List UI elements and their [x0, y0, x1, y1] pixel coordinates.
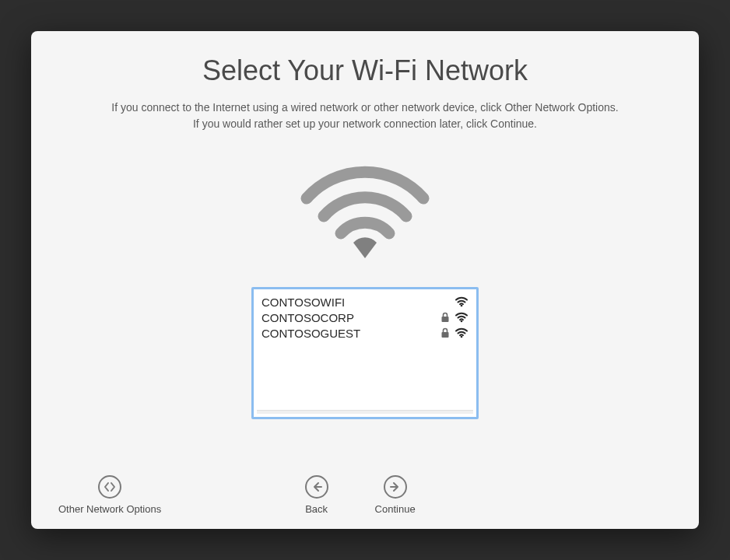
network-row[interactable]: CONTOSOWIFI: [261, 294, 469, 310]
back-button[interactable]: Back: [305, 475, 328, 515]
svg-rect-3: [442, 332, 449, 338]
svg-rect-1: [442, 317, 449, 322]
other-network-options-button[interactable]: Other Network Options: [58, 475, 161, 515]
continue-label: Continue: [375, 503, 416, 515]
footer-toolbar: Other Network Options Back Continue: [31, 475, 699, 515]
lock-icon: [440, 327, 450, 338]
wifi-signal-icon: [454, 312, 469, 323]
network-name: CONTOSOCORP: [261, 311, 440, 324]
wifi-hero-icon: [291, 156, 439, 268]
page-subtitle: If you connect to the Internet using a w…: [108, 100, 622, 132]
scrollbar-horizontal[interactable]: [257, 410, 473, 414]
back-label: Back: [305, 503, 328, 515]
wifi-signal-icon: [454, 327, 469, 338]
setup-window: Select Your Wi-Fi Network If you connect…: [31, 31, 699, 529]
arrow-left-icon: [305, 475, 328, 499]
network-options-icon: [98, 475, 121, 499]
wifi-signal-icon: [454, 296, 469, 307]
page-title: Select Your Wi-Fi Network: [202, 54, 528, 87]
svg-point-2: [461, 320, 463, 323]
continue-button[interactable]: Continue: [375, 475, 416, 515]
svg-point-4: [461, 336, 463, 338]
network-list[interactable]: CONTOSOWIFICONTOSOCORPCONTOSOGUEST: [251, 287, 479, 419]
network-status-icons: [440, 312, 469, 323]
network-name: CONTOSOGUEST: [261, 327, 440, 340]
svg-point-0: [461, 305, 463, 307]
other-network-options-label: Other Network Options: [58, 503, 161, 515]
network-name: CONTOSOWIFI: [261, 296, 454, 309]
network-status-icons: [440, 327, 469, 338]
network-row[interactable]: CONTOSOCORP: [261, 310, 469, 325]
lock-icon: [440, 312, 450, 323]
network-status-icons: [454, 296, 469, 307]
arrow-right-icon: [384, 475, 407, 499]
network-row[interactable]: CONTOSOGUEST: [261, 325, 469, 341]
